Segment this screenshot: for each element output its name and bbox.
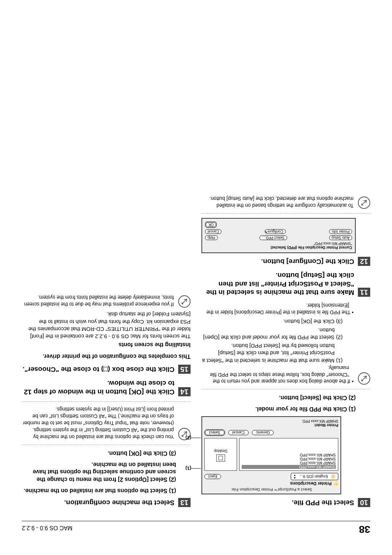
substep-13-2: (2) Select [Options 2] from the menu to … [22, 461, 176, 483]
printer-model-value: SHARP MX-xxxx PPD [204, 419, 338, 423]
step-13-title: Select the machine configuration. [22, 498, 175, 507]
step-15-number: 15 [178, 365, 191, 374]
substep-10-2: (2) Click the [Select] button. [201, 394, 356, 401]
install-fonts-heading: Installing the screen fonts [22, 341, 191, 348]
substep-13-3: (3) Click the [OK] button. [22, 449, 176, 457]
printer-info-button[interactable]: Printer Info [329, 229, 352, 234]
ppd-selected-label: Current Printer Description File (PPD) S… [205, 246, 352, 250]
ok-button[interactable]: OK [205, 222, 217, 228]
callout-2: (2) [185, 435, 202, 441]
ppd-item: SHARP MX-xxxx.PPD [242, 453, 336, 457]
folder-label: 📁 Printer Descriptions [204, 481, 338, 486]
configure-dialog: Current Printer Description File (PPD) S… [201, 218, 356, 253]
ppd-item: SHARP MX-xxxx.PPD [242, 465, 336, 469]
dialog-title: Select a PostScript™ Printer Description… [204, 487, 338, 491]
select-ppd-button[interactable]: Select PPD… [260, 235, 287, 240]
section-label: MAC OS 9.0 - 9.2.2 [22, 524, 73, 531]
close-box-icon [103, 367, 108, 371]
desktop-button[interactable]: Desktop [204, 438, 237, 471]
substep-13-1: (1) Select the options that are installe… [22, 487, 176, 494]
note-icon [358, 372, 370, 385]
ppd-file-list[interactable]: SHARP MX-xxxx.PPD SHARP MX-xxxx.PPD SHAR… [239, 438, 338, 471]
page-number: 38 [359, 523, 370, 535]
select-button[interactable]: Select [204, 429, 225, 436]
step-12-title: Click the [Configure] button. [201, 257, 354, 266]
step-15-title: Click the close box () to close the "Cho… [22, 365, 175, 374]
install-fonts-body: The screen fonts for Mac OS 9.0 - 9.2.2 … [22, 311, 191, 340]
configure-button[interactable]: Configure↖ [265, 229, 286, 234]
step-10-title: Select the PPD file. [201, 498, 354, 507]
step-14-title: Click the [OK] button in the window of s… [22, 379, 175, 396]
completion-text: This completes the configuration of the … [22, 353, 191, 360]
generic-button[interactable]: Generic [252, 430, 274, 435]
step-12-number: 12 [358, 257, 370, 266]
help-button[interactable]: Help [205, 235, 218, 240]
eject-button[interactable]: Eject [204, 474, 221, 479]
substep-10-1: (1) Click the PPD file for your model. [201, 405, 356, 413]
step-11-title: Make sure that the machine is selected i… [201, 271, 354, 297]
note-icon [178, 295, 191, 308]
note-font-problems: If you experience problems that may be d… [22, 294, 174, 308]
callout-1: (1) [185, 466, 202, 471]
ppd-item: SHARP MX-xxxx.PPD [242, 461, 336, 465]
step-11-number: 11 [358, 288, 370, 297]
select-ppd-dialog: Select a PostScript™ Printer Description… [201, 416, 341, 494]
auto-setup-button[interactable]: Auto Setup [329, 235, 352, 240]
cancel-button[interactable]: Cancel [228, 430, 249, 435]
note-icon [358, 197, 370, 209]
note-auto-setup: To automatically configure the settings … [201, 195, 354, 209]
step-10-number: 10 [358, 498, 370, 507]
note-options-list: You can check the options that are insta… [22, 406, 174, 440]
cancel-button-2[interactable]: Cancel [205, 229, 221, 234]
step-13-number: 13 [178, 498, 191, 507]
drive-dropdown[interactable]: 📀English (OS 9…▲▼ [291, 473, 338, 480]
note-ppd-manual: • If the above dialog box does not appea… [201, 302, 354, 385]
step-14-number: 14 [178, 387, 191, 396]
printer-model-label: Printer Model: [204, 423, 338, 427]
desktop-icon [216, 454, 225, 462]
ppd-selected-value: "SHARP MX-xxxx.PPD" [205, 242, 352, 246]
ppd-item: SHARP MX-xxxx.PPD [242, 457, 336, 461]
